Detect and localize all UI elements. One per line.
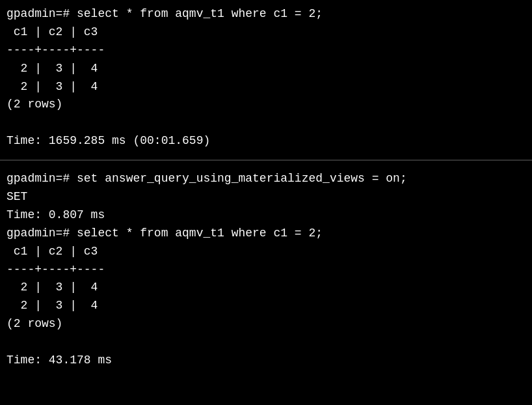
terminal-line: c1 | c2 | c3 <box>7 243 525 261</box>
terminal-line: gpadmin=# select * from aqmv_t1 where c1… <box>7 225 525 243</box>
terminal-line: 2 | 3 | 4 <box>7 78 525 96</box>
terminal-line <box>7 333 525 352</box>
terminal-line: gpadmin=# select * from aqmv_t1 where c1… <box>7 5 525 23</box>
terminal-line: c1 | c2 | c3 <box>7 23 525 42</box>
terminal-line: Time: 1659.285 ms (00:01.659) <box>7 132 525 150</box>
terminal-line: 2 | 3 | 4 <box>7 279 525 297</box>
terminal-line <box>7 114 525 132</box>
terminal-line: ----+----+---- <box>7 42 525 60</box>
terminal-line: (2 rows) <box>7 315 525 333</box>
terminal-line: 2 | 3 | 4 <box>7 297 525 315</box>
terminal-window: gpadmin=# select * from aqmv_t1 where c1… <box>0 0 532 405</box>
terminal-line: ----+----+---- <box>7 261 525 279</box>
section-1: gpadmin=# select * from aqmv_t1 where c1… <box>0 0 532 156</box>
terminal-line: 2 | 3 | 4 <box>7 60 525 78</box>
terminal-line: Time: 0.807 ms <box>7 206 525 225</box>
section-2: gpadmin=# set answer_query_using_materia… <box>0 165 532 375</box>
terminal-line: SET <box>7 188 525 206</box>
terminal-line: gpadmin=# set answer_query_using_materia… <box>7 170 525 188</box>
section-divider <box>0 160 532 161</box>
terminal-line: Time: 43.178 ms <box>7 352 525 370</box>
terminal-line: (2 rows) <box>7 96 525 114</box>
